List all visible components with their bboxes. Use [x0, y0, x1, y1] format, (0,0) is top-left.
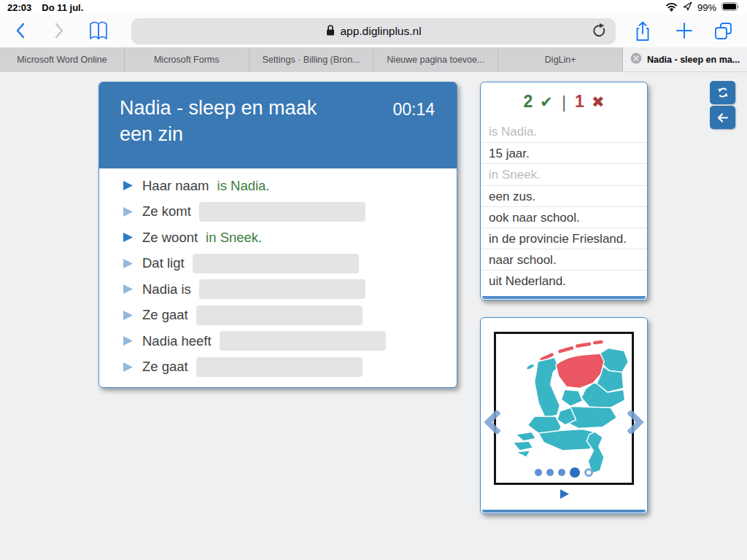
play-audio-icon[interactable]	[123, 180, 133, 191]
bookmarks-button[interactable]	[88, 20, 109, 44]
play-audio-icon[interactable]	[123, 362, 133, 373]
answer-drop-zone[interactable]	[196, 357, 363, 377]
answer-drop-zone[interactable]	[220, 331, 386, 351]
lock-icon	[325, 24, 336, 39]
battery-icon	[721, 2, 740, 13]
word-bank-item[interactable]: is Nadia.	[481, 121, 647, 142]
sentence-row: Ze woont in Sneek.	[99, 225, 457, 251]
play-audio-icon[interactable]	[123, 284, 133, 295]
sentence-prefix: Ze komt	[142, 203, 191, 219]
close-tab-icon[interactable]	[630, 52, 642, 66]
tab-diglin[interactable]: DigLin+	[498, 47, 623, 71]
netherlands-map	[494, 332, 634, 485]
tab-word-online[interactable]: Microsoft Word Online	[0, 47, 125, 71]
url-text: app.diglinplus.nl	[340, 25, 421, 38]
sentence-prefix: Ze woont	[142, 230, 198, 246]
sentence-rows: Haar naam is Nadia. Ze komt Ze woont in …	[99, 168, 457, 380]
map-carousel-card	[480, 317, 648, 514]
status-bar: 22:03 Do 11 jul. 99%	[0, 0, 747, 15]
answer-drop-zone[interactable]	[199, 202, 365, 222]
correct-count: 2	[523, 92, 533, 112]
carousel-dots	[481, 467, 647, 478]
tab-bar: Microsoft Word Online Microsoft Forms Se…	[0, 47, 747, 72]
word-bank-item[interactable]: 15 jaar.	[481, 142, 647, 163]
ipad-screen: 22:03 Do 11 jul. 99%	[0, 0, 747, 560]
carousel-dot[interactable]	[584, 468, 593, 477]
timer: 00:14	[392, 100, 435, 120]
incorrect-count: 1	[575, 92, 584, 112]
sentence-prefix: Ze gaat	[142, 359, 188, 375]
play-audio-icon[interactable]	[123, 232, 133, 243]
back-to-menu-button[interactable]	[710, 106, 735, 129]
exercise-title: Nadia - sleep en maak een zin	[120, 96, 346, 147]
sentence-prefix: Nadia heeft	[142, 333, 212, 349]
sentence-prefix: Haar naam	[142, 178, 209, 194]
carousel-dot[interactable]	[558, 469, 565, 476]
carousel-dot[interactable]	[546, 469, 554, 476]
sentence-prefix: Nadia is	[142, 281, 191, 298]
forward-button[interactable]	[52, 21, 66, 43]
answer-drop-zone[interactable]	[199, 279, 365, 299]
carousel-next-button[interactable]	[627, 411, 645, 437]
tab-overview-button[interactable]	[713, 21, 733, 44]
restart-button[interactable]	[710, 81, 735, 104]
score-bar: 2 ✔ | 1 ✖	[481, 82, 647, 121]
exercise-header: Nadia - sleep en maak een zin 00:14	[99, 82, 457, 168]
sentence-prefix: Dat ligt	[142, 255, 185, 271]
address-bar[interactable]: app.diglinplus.nl	[131, 18, 616, 44]
word-bank-item[interactable]: uit Nederland.	[481, 270, 647, 291]
back-button[interactable]	[13, 21, 28, 43]
wifi-icon	[665, 1, 678, 14]
answer-drop-zone[interactable]	[196, 306, 363, 325]
refresh-icon	[716, 86, 729, 99]
clock: 22:03	[7, 2, 31, 13]
sentence-prefix: Ze gaat	[142, 307, 188, 323]
exercise-controls	[710, 81, 735, 129]
score-separator: |	[560, 92, 568, 112]
sentence-row: Ze gaat	[99, 303, 457, 329]
check-icon: ✔	[540, 93, 553, 111]
cross-icon: ✖	[592, 93, 605, 111]
word-bank-card: 2 ✔ | 1 ✖ is Nadia. 15 jaar. in Sneek. e…	[480, 82, 648, 300]
carousel-dot-active[interactable]	[570, 467, 580, 478]
arrow-left-icon	[716, 112, 729, 123]
tab-settings-billing[interactable]: Settings · Billing (Bron...	[249, 47, 374, 71]
carousel-dot[interactable]	[535, 469, 542, 476]
map-play-button[interactable]	[481, 489, 647, 499]
sentence-row: Haar naam is Nadia.	[99, 173, 457, 199]
share-button[interactable]	[633, 20, 652, 45]
tab-nieuwe-pagina[interactable]: Nieuwe pagina toevoe...	[374, 47, 498, 71]
browser-toolbar: app.diglinplus.nl	[0, 15, 747, 47]
play-audio-icon[interactable]	[123, 206, 133, 217]
word-bank-item[interactable]: een zus.	[481, 185, 647, 206]
sentence-row: Dat ligt	[99, 251, 457, 277]
new-tab-button[interactable]	[675, 21, 694, 43]
word-bank-item[interactable]: in de provincie Friesland.	[481, 228, 647, 249]
answer-drop-zone[interactable]	[193, 254, 359, 273]
tab-forms[interactable]: Microsoft Forms	[125, 47, 249, 71]
play-icon	[560, 489, 569, 499]
diglin-page: Nadia - sleep en maak een zin 00:14 Haar…	[0, 73, 747, 560]
play-audio-icon[interactable]	[123, 310, 133, 321]
reload-icon[interactable]	[592, 23, 608, 43]
sentence-answer[interactable]: in Sneek.	[206, 230, 262, 246]
sentence-row: Nadia heeft	[99, 328, 457, 354]
sentence-row: Ze komt	[99, 199, 457, 225]
play-audio-icon[interactable]	[123, 258, 133, 269]
word-bank-item[interactable]: ook naar school.	[481, 206, 647, 228]
exercise-card: Nadia - sleep en maak een zin 00:14 Haar…	[98, 82, 457, 388]
date: Do 11 jul.	[42, 2, 83, 13]
carousel-prev-button[interactable]	[483, 411, 500, 437]
word-bank-item[interactable]: in Sneek.	[481, 163, 647, 184]
tab-nadia-active[interactable]: Nadia - sleep en ma...	[623, 47, 747, 71]
battery-percent: 99%	[697, 2, 716, 13]
location-arrow-icon	[683, 1, 692, 13]
play-audio-icon[interactable]	[123, 335, 133, 346]
word-bank-item[interactable]: naar school.	[481, 249, 647, 270]
sentence-row: Ze gaat	[99, 354, 457, 381]
sentence-answer[interactable]: is Nadia.	[217, 178, 270, 194]
sentence-row: Nadia is	[99, 276, 457, 303]
